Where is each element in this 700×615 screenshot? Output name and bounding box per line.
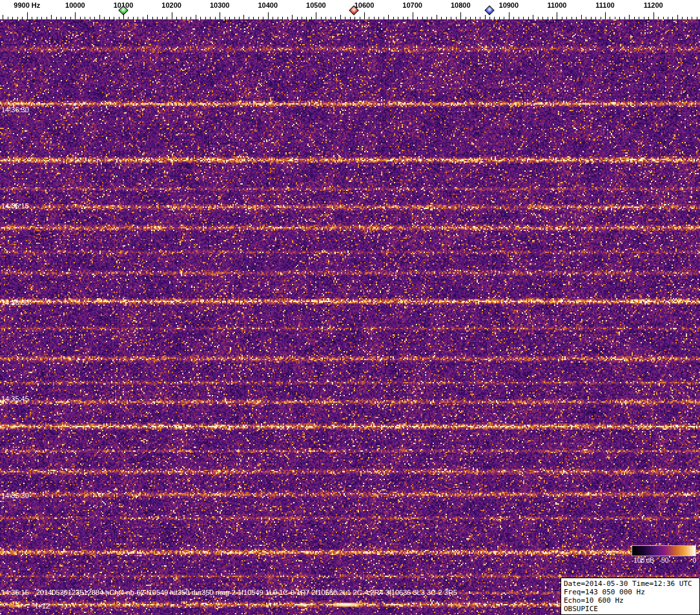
info-date-time: Date=2014-05-30 Time=12:36 UTC (564, 580, 697, 588)
info-station-name: OBSUPICE (564, 605, 697, 613)
time-label-143530: 14:35:30 (1, 492, 29, 499)
freq-tick-label-10200: 10200 (161, 1, 181, 9)
colorbar-legend: -100 dB -50 0 (632, 545, 696, 565)
time-label-143545: 14:35:45 (1, 395, 29, 403)
time-label-143630: 14:36:30 (1, 106, 29, 114)
time-cursor-text: ^t+12 (32, 602, 50, 610)
freq-tick-label-11000: 11000 (547, 1, 566, 9)
freq-tick-label-11200: 11200 (644, 1, 663, 9)
meteor-spectrogram-app: 9900 Hz100001010010200103001040010500106… (0, 0, 700, 615)
observation-info-box: Date=2014-05-30 Time=12:36 UTC Freq=143 … (561, 578, 700, 615)
freq-tick-label-11100: 11100 (595, 1, 614, 9)
freq-tick-label-10800: 10800 (451, 1, 471, 9)
freq-tick-label-10300: 10300 (210, 1, 230, 9)
freq-tick-label-10400: 10400 (258, 1, 278, 9)
time-label-143515: 14:35:15 (1, 589, 29, 596)
freq-tick-label-10600: 10600 (355, 1, 375, 9)
colorbar-label-max: 0 (692, 557, 696, 564)
freq-tick-label-10900: 10900 (499, 1, 519, 9)
freq-tick-label-9900: 9900 Hz (14, 1, 40, 9)
colorbar-gradient (632, 545, 696, 556)
info-frequency: Freq=143 050 000 Hz (564, 588, 697, 596)
detection-status-text: 20140530123512884 hCnt4 nb-62 f10549 hit… (36, 589, 457, 596)
info-echo-frequency: Echo=10 600 Hz (564, 596, 697, 605)
colorbar-labels: -100 dB -50 0 (632, 557, 696, 565)
freq-tick-label-10000: 10000 (65, 1, 85, 9)
frequency-ruler: 9900 Hz100001010010200103001040010500106… (0, 0, 700, 19)
time-label-143600: 14:36:00 (1, 299, 29, 307)
freq-tick-label-10700: 10700 (402, 1, 422, 9)
colorbar-label-mid: -50 (659, 557, 668, 564)
freq-tick-label-10500: 10500 (306, 1, 326, 9)
time-label-143615: 14:36:15 (1, 202, 29, 210)
spectrogram-canvas[interactable] (0, 19, 700, 615)
colorbar-label-min: -100 dB (632, 557, 654, 564)
